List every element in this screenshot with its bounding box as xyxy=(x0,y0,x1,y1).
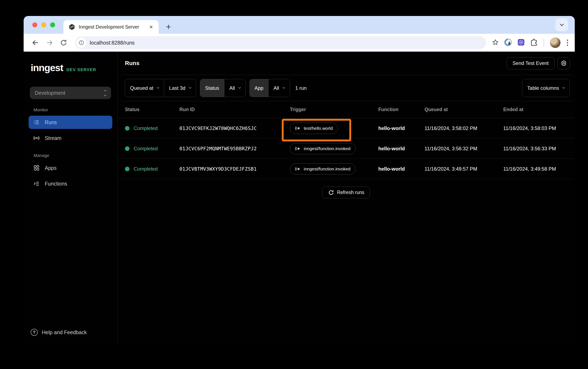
run-id[interactable]: 01JCVBTMV3WXY9D3CFDEJFZSB1 xyxy=(179,166,290,172)
time-filter[interactable]: Queued at Last 3d xyxy=(125,79,196,97)
toolbar-divider xyxy=(544,39,544,47)
settings-button[interactable] xyxy=(558,57,570,70)
table-body: Completed 01JCVC9EFKJ2W70WQHC6ZH6SJC tes… xyxy=(118,118,575,179)
gear-icon xyxy=(560,60,567,67)
chevron-down-icon xyxy=(562,86,565,89)
sidebar-item-label: Functions xyxy=(45,181,67,187)
chevron-down-icon xyxy=(282,86,285,89)
password-extension-button[interactable] xyxy=(504,38,512,47)
kebab-menu-icon xyxy=(567,40,568,41)
trigger-badge[interactable]: inngest/function.invoked xyxy=(290,163,356,174)
table-row[interactable]: Completed 01JCVC6PF2MQNMTWE95BBRZPJ2 inn… xyxy=(118,138,575,159)
status-filter[interactable]: Status All xyxy=(200,79,246,97)
status-filter-dropdown[interactable]: All xyxy=(224,79,246,97)
browser-toolbar: localhost:8288/runs xyxy=(24,34,575,52)
trigger-label: inngest/function.invoked xyxy=(304,166,350,171)
function-name[interactable]: hello-world xyxy=(378,125,425,131)
purple-extension-icon xyxy=(517,38,525,46)
function-name[interactable]: hello-world xyxy=(378,166,425,172)
column-header-function: Function xyxy=(378,107,425,112)
trigger-badge[interactable]: test/hello.world xyxy=(290,123,338,134)
sidebar: inngest DEV SERVER Development Monitor R… xyxy=(24,52,118,345)
trigger-label: test/hello.world xyxy=(304,126,333,131)
run-list-icon xyxy=(33,119,40,126)
status-dot-icon xyxy=(125,126,130,131)
browser-tab[interactable]: Inngest Development Server × xyxy=(63,20,159,34)
new-tab-button[interactable]: + xyxy=(164,22,173,32)
reload-button[interactable] xyxy=(58,37,69,48)
window-controls xyxy=(32,22,55,27)
status-dot-icon xyxy=(125,146,130,151)
broadcast-icon xyxy=(33,135,40,141)
password-lock-icon xyxy=(504,38,512,46)
extensions-menu-button[interactable] xyxy=(530,38,538,47)
sidebar-item-apps[interactable]: Apps xyxy=(29,161,112,174)
page-title: Runs xyxy=(125,60,140,67)
sidebar-item-functions[interactable]: Functions xyxy=(29,177,112,190)
app-filter-dropdown[interactable]: All xyxy=(269,79,290,97)
queued-at: 11/16/2024, 3:56:32 PM xyxy=(425,146,503,152)
table-row[interactable]: Completed 01JCVBTMV3WXY9D3CFDEJFZSB1 inn… xyxy=(118,159,575,179)
bookmark-star-button[interactable] xyxy=(492,39,499,47)
inngest-favicon-icon xyxy=(68,23,75,31)
close-window-button[interactable] xyxy=(32,22,37,27)
app-filter[interactable]: App All xyxy=(249,79,290,97)
dev-server-badge: DEV SERVER xyxy=(67,67,96,72)
tab-search-button[interactable] xyxy=(555,19,568,31)
sidebar-item-runs[interactable]: Runs xyxy=(29,116,112,129)
back-arrow-icon xyxy=(32,39,39,46)
run-status: Completed xyxy=(134,146,158,152)
browser-menu-button[interactable] xyxy=(566,38,569,47)
ended-at: 11/16/2024, 3:56:33 PM xyxy=(503,146,575,152)
sidebar-item-label: Stream xyxy=(45,135,61,141)
sidebar-item-stream[interactable]: Stream xyxy=(29,132,112,145)
help-and-feedback[interactable]: ? Help and Feedback xyxy=(31,329,87,336)
section-label-monitor: Monitor xyxy=(24,107,117,112)
trigger-label: inngest/function.invoked xyxy=(304,146,350,151)
filter-bar: Queued at Last 3d Status All xyxy=(118,75,575,101)
section-label-manage: Manage xyxy=(24,153,117,158)
inngest-app: inngest DEV SERVER Development Monitor R… xyxy=(24,52,575,345)
page-header: Runs Send Test Event xyxy=(118,52,575,75)
function-list-icon xyxy=(33,180,40,187)
table-header-row: Status Run ID Trigger Function Queued at… xyxy=(118,101,575,118)
url-bar[interactable]: localhost:8288/runs xyxy=(75,36,486,49)
profile-avatar[interactable] xyxy=(550,37,561,48)
table-row[interactable]: Completed 01JCVC9EFKJ2W70WQHC6ZH6SJC tes… xyxy=(118,118,575,138)
help-label: Help and Feedback xyxy=(42,329,87,335)
environment-selector[interactable]: Development xyxy=(30,87,111,99)
minimize-window-button[interactable] xyxy=(41,22,46,27)
nav-monitor: Runs Stream xyxy=(24,116,117,145)
chevron-down-icon xyxy=(560,22,564,26)
send-test-event-button[interactable]: Send Test Event xyxy=(507,57,555,70)
reload-icon xyxy=(60,39,67,46)
url-text[interactable]: localhost:8288/runs xyxy=(90,40,135,46)
trigger-badge[interactable]: inngest/function.invoked xyxy=(290,143,356,154)
run-status: Completed xyxy=(134,125,158,131)
tab-close-icon[interactable]: × xyxy=(148,24,154,30)
fullscreen-window-button[interactable] xyxy=(50,22,55,27)
inngest-logo: inngest xyxy=(31,62,63,73)
sort-field-dropdown[interactable]: Queued at xyxy=(125,79,164,97)
status-filter-label: Status xyxy=(200,79,224,97)
chevron-down-icon xyxy=(157,86,159,89)
time-range-dropdown[interactable]: Last 3d xyxy=(164,79,196,97)
run-id[interactable]: 01JCVC6PF2MQNMTWE95BBRZPJ2 xyxy=(179,146,290,151)
refresh-runs-button[interactable]: Refresh runs xyxy=(322,186,370,198)
back-button[interactable] xyxy=(30,37,41,48)
run-id[interactable]: 01JCVC9EFKJ2W70WQHC6ZH6SJC xyxy=(179,126,290,131)
nav-manage: Apps Functions xyxy=(24,161,117,190)
column-header-status: Status xyxy=(125,107,179,112)
status-filter-value: All xyxy=(229,85,235,91)
forward-button[interactable] xyxy=(44,37,55,48)
sidebar-item-label: Apps xyxy=(45,165,57,171)
table-columns-label: Table columns xyxy=(527,85,559,91)
extension-app-button[interactable] xyxy=(517,38,525,47)
info-icon xyxy=(79,40,84,45)
function-name[interactable]: hello-world xyxy=(378,146,425,152)
table-columns-button[interactable]: Table columns xyxy=(522,79,570,97)
column-header-run-id: Run ID xyxy=(179,107,290,112)
browser-window: Inngest Development Server × + xyxy=(24,16,575,345)
site-info-button[interactable] xyxy=(76,38,86,48)
status-dot-icon xyxy=(125,167,130,171)
